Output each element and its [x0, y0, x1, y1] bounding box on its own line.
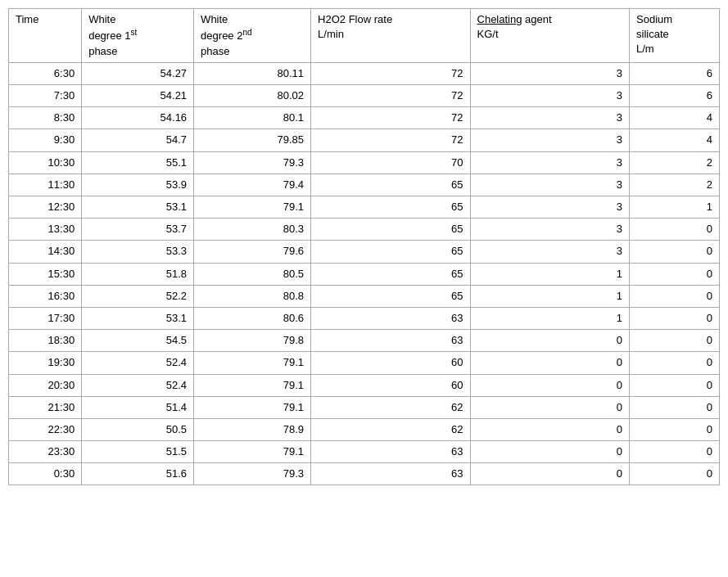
- cell-sodium: 2: [630, 151, 720, 174]
- cell-h2o2: 65: [311, 196, 470, 219]
- cell-chelating: 3: [470, 219, 630, 241]
- col-header-chelating: Chelating agentKG/t: [470, 9, 630, 63]
- table-row: 23:3051.579.16300: [9, 441, 720, 463]
- table-container: Time Whitedegree 1stphase Whitedegree 2n…: [0, 0, 728, 494]
- table-row: 22:3050.578.96200: [9, 418, 720, 440]
- cell-sodium: 0: [630, 219, 720, 241]
- cell-time: 16:30: [9, 285, 82, 307]
- cell-wd2: 79.1: [194, 374, 311, 396]
- cell-h2o2: 63: [311, 441, 470, 463]
- cell-wd1: 52.4: [82, 352, 194, 374]
- cell-h2o2: 72: [311, 62, 470, 84]
- cell-sodium: 0: [630, 330, 720, 352]
- cell-sodium: 0: [630, 418, 720, 440]
- cell-chelating: 1: [470, 263, 630, 285]
- cell-wd1: 54.27: [82, 62, 194, 84]
- table-row: 12:3053.179.16531: [9, 196, 720, 219]
- cell-sodium: 0: [630, 396, 720, 418]
- table-row: 18:3054.579.86300: [9, 330, 720, 352]
- cell-chelating: 3: [470, 85, 630, 107]
- cell-chelating: 3: [470, 151, 630, 174]
- cell-chelating: 3: [470, 196, 630, 219]
- table-row: 19:3052.479.16000: [9, 352, 720, 374]
- cell-h2o2: 63: [311, 463, 470, 485]
- cell-time: 23:30: [9, 441, 82, 463]
- table-row: 0:3051.679.36300: [9, 463, 720, 485]
- cell-time: 19:30: [9, 352, 82, 374]
- cell-wd2: 79.4: [194, 174, 311, 196]
- cell-time: 21:30: [9, 396, 82, 418]
- cell-wd1: 53.1: [82, 196, 194, 219]
- cell-sodium: 1: [630, 196, 720, 219]
- col-header-h2o2: H2O2 Flow rateL/min: [311, 9, 470, 63]
- cell-h2o2: 65: [311, 174, 470, 196]
- cell-h2o2: 62: [311, 418, 470, 440]
- table-row: 16:3052.280.86510: [9, 285, 720, 307]
- cell-chelating: 1: [470, 285, 630, 307]
- cell-time: 15:30: [9, 263, 82, 285]
- cell-chelating: 0: [470, 330, 630, 352]
- table-row: 14:3053.379.66530: [9, 241, 720, 263]
- cell-wd2: 79.1: [194, 352, 311, 374]
- table-row: 13:3053.780.36530: [9, 219, 720, 241]
- cell-time: 17:30: [9, 307, 82, 329]
- table-row: 15:3051.880.56510: [9, 263, 720, 285]
- cell-chelating: 0: [470, 352, 630, 374]
- cell-chelating: 1: [470, 307, 630, 329]
- cell-wd1: 54.21: [82, 85, 194, 107]
- cell-wd2: 79.1: [194, 441, 311, 463]
- cell-chelating: 3: [470, 62, 630, 84]
- table-row: 8:3054.1680.17234: [9, 107, 720, 129]
- cell-wd2: 79.1: [194, 396, 311, 418]
- cell-h2o2: 72: [311, 107, 470, 129]
- cell-time: 0:30: [9, 463, 82, 485]
- cell-wd1: 54.5: [82, 330, 194, 352]
- cell-wd2: 80.1: [194, 107, 311, 129]
- cell-wd1: 53.1: [82, 307, 194, 329]
- cell-time: 9:30: [9, 129, 82, 151]
- cell-wd2: 79.3: [194, 151, 311, 174]
- data-table: Time Whitedegree 1stphase Whitedegree 2n…: [8, 8, 720, 485]
- cell-h2o2: 63: [311, 330, 470, 352]
- cell-h2o2: 72: [311, 85, 470, 107]
- cell-chelating: 0: [470, 441, 630, 463]
- cell-chelating: 0: [470, 374, 630, 396]
- cell-sodium: 6: [630, 85, 720, 107]
- cell-time: 13:30: [9, 219, 82, 241]
- table-row: 9:3054.779.857234: [9, 129, 720, 151]
- cell-h2o2: 60: [311, 352, 470, 374]
- cell-chelating: 3: [470, 129, 630, 151]
- cell-sodium: 2: [630, 174, 720, 196]
- cell-time: 14:30: [9, 241, 82, 263]
- cell-h2o2: 65: [311, 241, 470, 263]
- cell-wd2: 79.1: [194, 196, 311, 219]
- cell-sodium: 0: [630, 241, 720, 263]
- cell-wd2: 78.9: [194, 418, 311, 440]
- header-row: Time Whitedegree 1stphase Whitedegree 2n…: [9, 9, 720, 63]
- col-header-sodium: SodiumsilicateL/m: [630, 9, 720, 63]
- cell-sodium: 0: [630, 441, 720, 463]
- cell-sodium: 6: [630, 62, 720, 84]
- cell-wd2: 80.02: [194, 85, 311, 107]
- cell-wd1: 52.2: [82, 285, 194, 307]
- cell-wd1: 53.3: [82, 241, 194, 263]
- cell-chelating: 0: [470, 396, 630, 418]
- cell-h2o2: 63: [311, 307, 470, 329]
- cell-sodium: 4: [630, 107, 720, 129]
- table-row: 6:3054.2780.117236: [9, 62, 720, 84]
- cell-wd2: 80.11: [194, 62, 311, 84]
- cell-wd1: 51.5: [82, 441, 194, 463]
- cell-time: 18:30: [9, 330, 82, 352]
- col-header-time: Time: [9, 9, 82, 63]
- cell-time: 22:30: [9, 418, 82, 440]
- cell-wd1: 55.1: [82, 151, 194, 174]
- table-row: 11:3053.979.46532: [9, 174, 720, 196]
- cell-h2o2: 65: [311, 219, 470, 241]
- col-header-wd1: Whitedegree 1stphase: [82, 9, 194, 63]
- cell-wd1: 52.4: [82, 374, 194, 396]
- cell-wd1: 53.7: [82, 219, 194, 241]
- cell-wd2: 80.5: [194, 263, 311, 285]
- cell-sodium: 0: [630, 263, 720, 285]
- cell-time: 6:30: [9, 62, 82, 84]
- cell-chelating: 3: [470, 107, 630, 129]
